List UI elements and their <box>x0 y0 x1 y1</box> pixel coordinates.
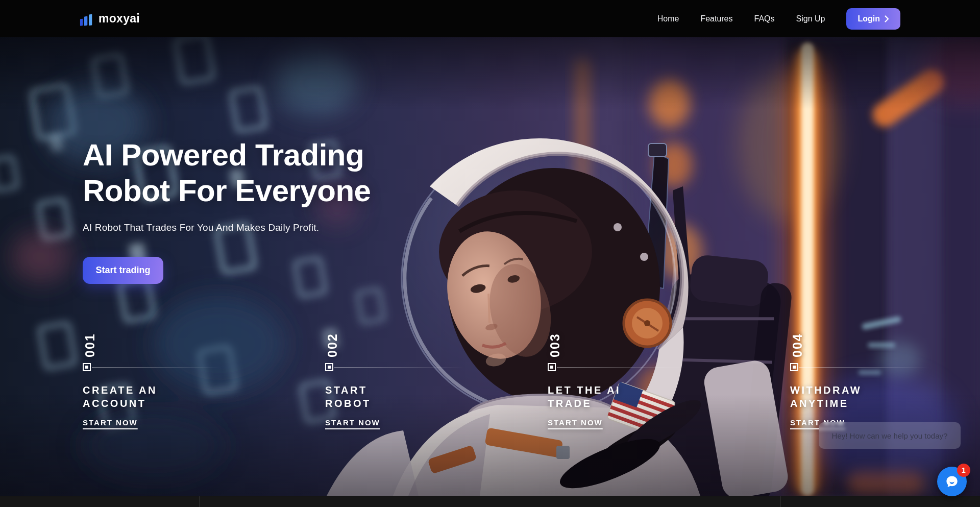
nav-link-faqs[interactable]: FAQs <box>754 14 775 23</box>
step-marker <box>83 363 251 371</box>
nav-link-features[interactable]: Features <box>700 14 732 23</box>
hero-title-line1: AI Powered Trading <box>83 137 371 173</box>
marker-line <box>334 367 464 368</box>
square-marker-icon <box>790 363 798 371</box>
square-marker-icon <box>548 363 556 371</box>
square-marker-icon <box>325 363 333 371</box>
step-marker <box>790 363 959 371</box>
landing-page: moxyai Home Features FAQs Sign Up Login <box>0 0 980 507</box>
nav-link-home[interactable]: Home <box>657 14 679 23</box>
marker-line <box>92 367 222 368</box>
step-marker <box>325 363 494 371</box>
hero-title-line2: Robot For Everyone <box>83 173 371 209</box>
step-title: STARTROBOT <box>325 383 494 410</box>
chat-smile-icon <box>944 473 960 490</box>
step-title: CREATE ANACCOUNT <box>83 383 251 410</box>
start-now-link[interactable]: START NOW <box>325 418 380 427</box>
chat-unread-badge: 1 <box>957 464 970 477</box>
step-title: WITHDRAWANYTIME <box>790 383 959 410</box>
chevron-right-icon <box>885 15 889 22</box>
step-number: 003 <box>548 327 562 357</box>
footer-strip <box>0 496 980 507</box>
step-number: 004 <box>790 327 804 357</box>
start-now-link[interactable]: START NOW <box>83 418 138 427</box>
step-withdraw-anytime: 004 WITHDRAWANYTIME START NOW <box>790 327 959 427</box>
chat-greeting-bubble[interactable]: Hey! How can we help you today? <box>819 422 961 449</box>
footer-divider <box>780 496 781 507</box>
step-let-ai-trade: 003 LET THE AITRADE START NOW <box>548 327 716 427</box>
login-label: Login <box>857 14 880 23</box>
brand-name: moxyai <box>99 12 140 26</box>
start-trading-button[interactable]: Start trading <box>83 257 163 284</box>
step-number: 002 <box>325 327 339 357</box>
navbar: moxyai Home Features FAQs Sign Up Login <box>0 0 980 37</box>
step-create-account: 001 CREATE ANACCOUNT START NOW <box>83 327 251 427</box>
marker-line <box>557 367 687 368</box>
start-now-link[interactable]: START NOW <box>548 418 603 427</box>
step-start-robot: 002 STARTROBOT START NOW <box>325 327 494 427</box>
login-button[interactable]: Login <box>846 8 900 30</box>
brand-logo[interactable]: moxyai <box>80 11 140 26</box>
square-marker-icon <box>83 363 91 371</box>
footer-divider <box>199 496 200 507</box>
nav-menu: Home Features FAQs Sign Up Login <box>657 8 900 30</box>
nav-link-signup[interactable]: Sign Up <box>796 14 825 23</box>
marker-line <box>799 367 929 368</box>
step-number: 001 <box>83 327 97 357</box>
hero-content: AI Powered Trading Robot For Everyone AI… <box>83 137 371 284</box>
hero-subtitle: AI Robot That Trades For You And Makes D… <box>83 222 371 233</box>
chat-launcher-button[interactable]: 1 <box>937 467 967 496</box>
bar-chart-logo-icon <box>80 11 93 26</box>
step-title: LET THE AITRADE <box>548 383 716 410</box>
hero-title: AI Powered Trading Robot For Everyone <box>83 137 371 209</box>
step-marker <box>548 363 716 371</box>
